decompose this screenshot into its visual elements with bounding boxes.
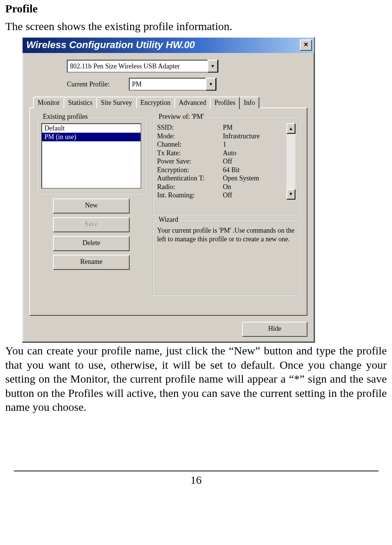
current-profile-dropdown[interactable]: ▼ <box>206 78 216 91</box>
list-item-pm[interactable]: PM (in use) <box>42 133 141 141</box>
tab-encryption[interactable]: Encryption <box>136 97 175 108</box>
tab-info[interactable]: Info <box>239 97 259 108</box>
pv-channel-v: 1 <box>223 140 285 149</box>
chevron-down-icon: ▼ <box>209 82 213 87</box>
current-profile-combo[interactable]: PM ▼ <box>129 78 217 91</box>
close-button[interactable]: × <box>300 39 312 51</box>
tab-site-survey[interactable]: Site Survey <box>96 97 137 108</box>
pv-roam-v: Off <box>223 191 285 200</box>
preview-body: SSID:PM Mode:Infrastructure Channel:1 Tx… <box>157 123 285 200</box>
pv-power-k: Power Save: <box>157 157 223 166</box>
tab-advanced[interactable]: Advanced <box>174 97 211 108</box>
tab-profiles[interactable]: Profiles <box>210 97 240 109</box>
pv-ssid-k: SSID: <box>157 123 223 132</box>
close-icon: × <box>304 40 308 48</box>
tab-panel-profiles: Existing profiles Default PM (in use) Ne… <box>29 107 307 316</box>
group-wizard-legend: Wizard <box>157 216 180 224</box>
pv-enc-v: 64 Bit <box>223 166 285 174</box>
pv-radio-v: On <box>223 183 285 191</box>
group-existing-profiles: Existing profiles Default PM (in use) <box>37 117 146 194</box>
pv-roam-k: Int. Roaming: <box>157 191 223 200</box>
tab-monitor[interactable]: Monitor <box>33 97 64 108</box>
pv-enc-k: Encryption: <box>157 166 223 174</box>
group-wizard: Wizard Your current profile is 'PM' .Use… <box>153 220 300 295</box>
hide-button[interactable]: Hide <box>242 322 307 337</box>
group-preview: Preview of: 'PM' SSID:PM Mode:Infrastruc… <box>153 117 300 215</box>
pv-ssid-v: PM <box>223 123 285 132</box>
chevron-down-icon: ▼ <box>289 191 293 197</box>
group-existing-legend: Existing profiles <box>41 113 89 121</box>
pv-auth-k: Authentication T: <box>157 174 223 183</box>
app-window: Wireless Configuration Utility HW.00 × 8… <box>22 37 315 343</box>
section-heading: Profile <box>5 2 387 15</box>
scroll-track[interactable] <box>286 134 295 189</box>
intro-text: The screen shows the existing profile in… <box>5 20 387 33</box>
chevron-down-icon: ▼ <box>210 64 215 69</box>
pv-txrate-k: Tx Rate: <box>157 149 223 157</box>
adapter-combo[interactable]: 802.11b Pen Size Wireless USB Adapter ▼ <box>67 60 219 73</box>
scroll-up-button[interactable]: ▲ <box>286 123 295 134</box>
adapter-combo-text: 802.11b Pen Size Wireless USB Adapter <box>68 62 207 70</box>
pv-mode-k: Mode: <box>157 132 223 141</box>
adapter-combo-dropdown[interactable]: ▼ <box>207 60 218 73</box>
group-preview-legend: Preview of: 'PM' <box>157 113 205 121</box>
new-button[interactable]: New <box>53 198 130 213</box>
scroll-down-button[interactable]: ▼ <box>286 189 295 200</box>
profiles-listbox[interactable]: Default PM (in use) <box>41 123 141 189</box>
tabs: Monitor Statistics Site Survey Encryptio… <box>29 96 307 108</box>
chevron-up-icon: ▲ <box>289 126 293 132</box>
delete-button[interactable]: Delete <box>53 236 130 251</box>
pv-txrate-v: Auto <box>223 149 285 157</box>
client-area: 802.11b Pen Size Wireless USB Adapter ▼ … <box>23 53 314 322</box>
page-number: 16 <box>191 474 202 486</box>
titlebar: Wireless Configuration Utility HW.00 × <box>23 38 314 53</box>
preview-scrollbar[interactable]: ▲ ▼ <box>286 123 295 200</box>
pv-radio-k: Radio: <box>157 183 223 191</box>
window-title: Wireless Configuration Utility HW.00 <box>26 39 195 51</box>
list-item-default[interactable]: Default <box>42 124 141 133</box>
tab-statistics[interactable]: Statistics <box>64 97 97 108</box>
pv-channel-k: Channel: <box>157 140 223 149</box>
pv-mode-v: Infrastructure <box>223 132 285 141</box>
pv-auth-v: Open System <box>223 174 285 183</box>
wizard-text: Your current profile is 'PM' .Use comman… <box>157 226 295 243</box>
current-profile-label: Current Profile: <box>67 80 125 88</box>
body-paragraph: You can create your profile name, just c… <box>5 344 387 414</box>
pv-power-v: Off <box>223 157 285 166</box>
current-profile-text: PM <box>130 80 206 88</box>
rename-button[interactable]: Rename <box>53 255 130 270</box>
save-button: Save <box>53 217 130 232</box>
